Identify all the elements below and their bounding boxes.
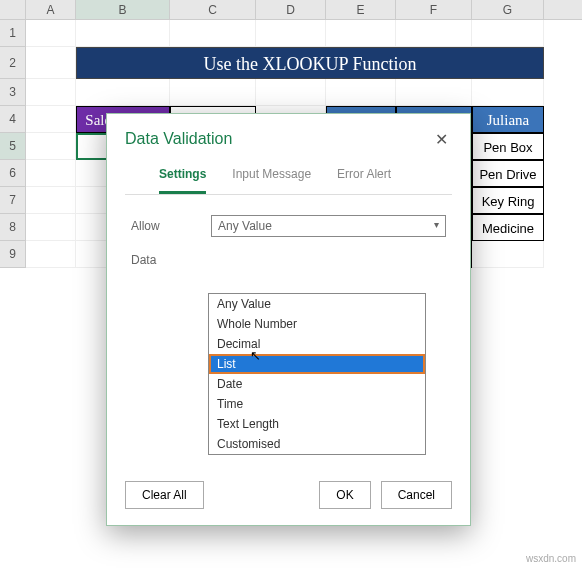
- cell[interactable]: [26, 133, 76, 160]
- row-header-4[interactable]: 4: [0, 106, 26, 133]
- dialog-title: Data Validation: [125, 130, 232, 149]
- cell[interactable]: [170, 79, 256, 106]
- tab-error-alert[interactable]: Error Alert: [337, 167, 391, 194]
- column-headers: A B C D E F G: [0, 0, 582, 20]
- chevron-down-icon: ▾: [434, 219, 439, 233]
- dropdown-option[interactable]: Decimal: [209, 334, 425, 354]
- col-header-a[interactable]: A: [26, 0, 76, 19]
- row-header-6[interactable]: 6: [0, 160, 26, 187]
- select-all-corner[interactable]: [0, 0, 26, 19]
- cancel-button[interactable]: Cancel: [381, 481, 452, 509]
- cell[interactable]: [396, 79, 472, 106]
- allow-select[interactable]: Any Value ▾: [211, 215, 446, 237]
- col-header-c[interactable]: C: [170, 0, 256, 19]
- col-header-e[interactable]: E: [326, 0, 396, 19]
- cell[interactable]: [472, 79, 544, 106]
- cell[interactable]: [76, 20, 170, 47]
- cell[interactable]: [256, 20, 326, 47]
- cell[interactable]: Pen Drive: [472, 160, 544, 187]
- allow-dropdown: Any Value Whole Number Decimal List Date…: [208, 293, 426, 455]
- cell[interactable]: [26, 214, 76, 241]
- cell[interactable]: [26, 187, 76, 214]
- row-header-3[interactable]: 3: [0, 79, 26, 106]
- cell[interactable]: [76, 79, 170, 106]
- dropdown-option[interactable]: Customised: [209, 434, 425, 454]
- cell[interactable]: [26, 241, 76, 268]
- cell[interactable]: Pen Box: [472, 133, 544, 160]
- col-header-g[interactable]: G: [472, 0, 544, 19]
- dropdown-option[interactable]: Text Length: [209, 414, 425, 434]
- cell[interactable]: [256, 79, 326, 106]
- col-header-d[interactable]: D: [256, 0, 326, 19]
- dropdown-option[interactable]: Whole Number: [209, 314, 425, 334]
- allow-value: Any Value: [218, 219, 272, 233]
- row-header-9[interactable]: 9: [0, 241, 26, 268]
- data-label: Data: [131, 253, 211, 267]
- cell[interactable]: [26, 106, 76, 133]
- dropdown-option[interactable]: Date: [209, 374, 425, 394]
- tab-input-message[interactable]: Input Message: [232, 167, 311, 194]
- row-header-1[interactable]: 1: [0, 20, 26, 47]
- dialog-tabs: Settings Input Message Error Alert: [125, 157, 452, 195]
- watermark: wsxdn.com: [526, 553, 576, 564]
- cell[interactable]: [472, 20, 544, 47]
- cell[interactable]: [26, 20, 76, 47]
- cell[interactable]: [472, 241, 544, 268]
- dropdown-option-list[interactable]: List: [209, 354, 425, 374]
- row-header-7[interactable]: 7: [0, 187, 26, 214]
- table-header[interactable]: Juliana: [472, 106, 544, 133]
- cell[interactable]: [170, 20, 256, 47]
- ok-button[interactable]: OK: [319, 481, 370, 509]
- row-header-8[interactable]: 8: [0, 214, 26, 241]
- tab-settings[interactable]: Settings: [159, 167, 206, 194]
- row-header-5[interactable]: 5: [0, 133, 26, 160]
- allow-label: Allow: [131, 219, 211, 233]
- dropdown-option[interactable]: Time: [209, 394, 425, 414]
- cell[interactable]: Medicine: [472, 214, 544, 241]
- close-icon[interactable]: ✕: [431, 130, 452, 149]
- clear-all-button[interactable]: Clear All: [125, 481, 204, 509]
- cell[interactable]: Key Ring: [472, 187, 544, 214]
- cell[interactable]: [26, 79, 76, 106]
- page-title: Use the XLOOKUP Function: [76, 47, 544, 79]
- col-header-f[interactable]: F: [396, 0, 472, 19]
- cell[interactable]: [326, 79, 396, 106]
- dropdown-option[interactable]: Any Value: [209, 294, 425, 314]
- cell[interactable]: [26, 160, 76, 187]
- cell[interactable]: [326, 20, 396, 47]
- row-header-2[interactable]: 2: [0, 47, 26, 79]
- cell[interactable]: [26, 47, 76, 79]
- col-header-b[interactable]: B: [76, 0, 170, 19]
- cell[interactable]: [396, 20, 472, 47]
